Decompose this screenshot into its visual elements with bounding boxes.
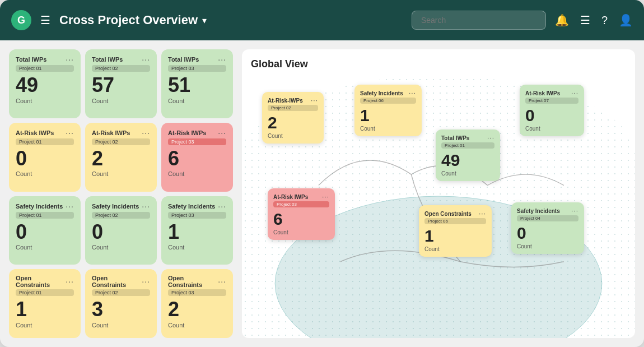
metric-card[interactable]: Total IWPs ··· Project 01 49 Count: [9, 49, 81, 118]
card-menu[interactable]: ···: [218, 277, 226, 286]
card-label: Count: [92, 170, 150, 177]
card-title: Safety Incidents: [16, 203, 63, 210]
metric-card[interactable]: Open Constraints ··· Project 02 3 Count: [85, 269, 157, 338]
metric-card[interactable]: Safety Incidents ··· Project 01 0 Count: [9, 196, 81, 265]
list-icon[interactable]: ☰: [580, 13, 590, 27]
card-menu[interactable]: ···: [66, 128, 74, 137]
card-title: Total IWPs: [168, 56, 199, 63]
card-badge: Project 03: [168, 138, 226, 145]
metric-card[interactable]: Open Constraints ··· Project 01 1 Count: [9, 269, 81, 338]
card-title: At-Risk IWPs: [273, 194, 308, 200]
app-container: G ☰ Cross Project Overview ▾ 🔔 ☰ ? 👤 Tot…: [0, 0, 644, 347]
card-title: Total IWPs: [16, 56, 46, 63]
card-header: At-Risk IWPs ···: [92, 128, 150, 137]
card-menu[interactable]: ···: [409, 89, 416, 97]
global-float-card[interactable]: At-Risk IWPs ··· Project 03 6 Count: [268, 188, 335, 240]
global-float-card[interactable]: Total IWPs ··· Project 01 49 Count: [436, 129, 500, 181]
card-menu[interactable]: ···: [479, 210, 486, 218]
logo[interactable]: G: [11, 10, 31, 30]
card-label: Count: [16, 322, 74, 329]
card-title: Safety Incidents: [360, 90, 403, 96]
card-title: At-Risk IWPs: [92, 129, 130, 136]
card-menu[interactable]: ···: [311, 96, 318, 104]
card-menu[interactable]: ···: [66, 202, 74, 211]
help-icon[interactable]: ?: [601, 14, 608, 27]
card-menu[interactable]: ···: [142, 202, 150, 211]
card-title: Open Constraints: [424, 211, 472, 217]
left-panel: Total IWPs ··· Project 01 49 Count Total…: [9, 49, 233, 338]
card-menu[interactable]: ···: [218, 55, 226, 64]
card-badge: Project 01: [16, 289, 74, 296]
card-badge: Project 01: [16, 138, 74, 145]
card-title: Safety Incidents: [92, 203, 139, 210]
page-title: Cross Project Overview: [59, 13, 198, 27]
card-title: At-Risk IWPs: [168, 129, 206, 136]
card-badge: Project 02: [92, 65, 150, 72]
card-value: 49: [441, 151, 494, 169]
card-header: Open Constraints ···: [16, 275, 74, 288]
card-badge: Project 01: [16, 65, 74, 72]
metric-card[interactable]: At-Risk IWPs ··· Project 01 0 Count: [9, 123, 81, 192]
metric-card[interactable]: Open Constraints ··· Project 03 2 Count: [161, 269, 233, 338]
card-badge: Project 02: [92, 289, 150, 296]
metric-card[interactable]: Safety Incidents ··· Project 02 0 Count: [85, 196, 157, 265]
card-header: Total IWPs ···: [168, 55, 226, 64]
metric-card[interactable]: Total IWPs ··· Project 02 57 Count: [85, 49, 157, 118]
card-menu[interactable]: ···: [66, 55, 74, 64]
menu-icon[interactable]: ☰: [40, 13, 50, 27]
card-menu[interactable]: ···: [218, 128, 226, 137]
card-menu[interactable]: ···: [142, 277, 150, 286]
card-value: 2: [268, 113, 318, 132]
global-float-card[interactable]: At-Risk-IWPs ··· Project 02 2 Count: [262, 92, 324, 144]
card-label: Count: [168, 244, 226, 251]
global-float-card[interactable]: Safety Incidents ··· Project 06 1 Count: [354, 85, 422, 136]
card-badge: Project 03: [168, 212, 226, 219]
card-header: At-Risk IWPs ···: [168, 128, 226, 137]
card-title: At-Risk IWPs: [525, 90, 560, 96]
card-header: Safety Incidents ···: [360, 89, 416, 97]
card-badge: Project 03: [168, 65, 226, 72]
search-input[interactable]: [412, 11, 546, 30]
header-icons: 🔔 ☰ ? 👤: [555, 13, 633, 27]
card-header: Total IWPs ···: [92, 55, 150, 64]
card-badge: Project 06: [424, 218, 486, 224]
card-header: At-Risk IWPs ···: [525, 89, 578, 97]
card-badge: Project 06: [360, 98, 416, 104]
notification-icon[interactable]: 🔔: [555, 13, 569, 27]
card-menu[interactable]: ···: [571, 89, 578, 97]
metric-card[interactable]: At-Risk IWPs ··· Project 03 6 Count: [161, 123, 233, 192]
user-icon[interactable]: 👤: [619, 13, 633, 27]
global-float-card[interactable]: At-Risk IWPs ··· Project 07 0 Count: [520, 85, 584, 136]
card-value: 6: [273, 210, 329, 228]
card-label: Count: [360, 126, 416, 132]
card-menu[interactable]: ···: [142, 128, 150, 137]
card-menu[interactable]: ···: [487, 134, 494, 142]
card-menu[interactable]: ···: [142, 55, 150, 64]
card-value: 51: [168, 74, 226, 96]
chevron-down-icon[interactable]: ▾: [202, 15, 207, 26]
card-label: Count: [517, 243, 578, 249]
card-label: Count: [168, 322, 226, 329]
card-menu[interactable]: ···: [322, 193, 329, 201]
card-label: Count: [441, 170, 494, 177]
card-header: Safety Incidents ···: [92, 202, 150, 211]
title-area: Cross Project Overview ▾: [59, 13, 403, 27]
main-content: Total IWPs ··· Project 01 49 Count Total…: [0, 40, 644, 347]
metric-card[interactable]: Total IWPs ··· Project 03 51 Count: [161, 49, 233, 118]
metric-card[interactable]: At-Risk IWPs ··· Project 02 2 Count: [85, 123, 157, 192]
card-title: At-Risk-IWPs: [268, 98, 303, 104]
card-label: Count: [168, 98, 226, 104]
metric-card[interactable]: Safety Incidents ··· Project 03 1 Count: [161, 196, 233, 265]
global-float-card[interactable]: Open Constraints ··· Project 06 1 Count: [419, 205, 492, 257]
card-menu[interactable]: ···: [66, 277, 74, 286]
card-menu[interactable]: ···: [218, 202, 226, 211]
card-badge: Project 02: [92, 212, 150, 219]
card-value: 0: [92, 221, 150, 243]
global-float-card[interactable]: Safety Incidents ··· Project 04 0 Count: [511, 202, 584, 254]
card-menu[interactable]: ···: [571, 207, 578, 215]
right-panel: Global View: [242, 49, 635, 338]
card-value: 3: [92, 298, 150, 321]
card-badge: Project 01: [441, 142, 494, 149]
card-title: Open Constraints: [16, 275, 66, 288]
card-label: Count: [268, 133, 318, 139]
